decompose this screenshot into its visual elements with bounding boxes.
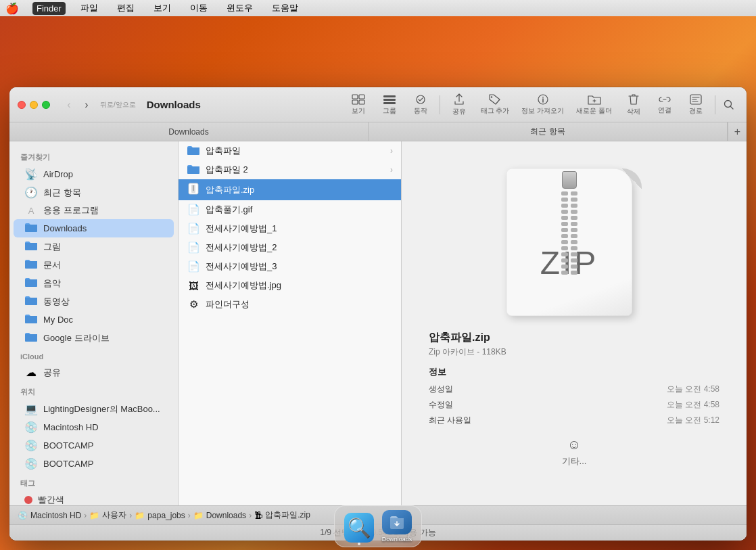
sidebar-documents-label: 문서 [43, 259, 61, 271]
sidebar-item-movies[interactable]: 동영상 [14, 292, 174, 311]
info-button[interactable]: 정보 가져오기 [516, 92, 569, 118]
sidebar-item-bootcamp2[interactable]: 💿 BOOTCAMP [14, 455, 174, 473]
sidebar-macbook-label: LightingDesigner의 MacBoo... [43, 403, 160, 415]
path-add-button[interactable]: + [728, 122, 747, 141]
toolbar: ‹ › 뒤로/앞으로 Downloads 보기 [9, 87, 747, 122]
svg-rect-1 [359, 95, 364, 99]
zip-file-icon: ZIP [506, 168, 642, 317]
sidebar-item-mydoc[interactable]: My Doc [14, 311, 174, 329]
file-item-folder2[interactable]: 압축파일 2 › [179, 160, 401, 179]
menu-edit[interactable]: 편집 [113, 1, 139, 16]
group-label: 그룹 [383, 106, 396, 116]
menu-file[interactable]: 파일 [76, 1, 102, 16]
folder1-name: 압축파일 [206, 145, 385, 157]
zip-paper-body: ZIP [506, 168, 632, 316]
doc3-name: 전세사기예방법_3 [206, 260, 393, 273]
sidebar-item-apps[interactable]: A 응용 프로그램 [14, 202, 174, 219]
forward-button[interactable]: › [78, 97, 95, 113]
sidebar-item-airdrop[interactable]: 📡 AirDrop [14, 165, 174, 183]
macbook-icon: 💻 [24, 403, 38, 415]
pref-name: 파인더구성 [206, 298, 393, 311]
path-button[interactable]: 경로 [681, 92, 711, 118]
sidebar-item-icloud[interactable]: ☁ 공유 [14, 363, 174, 382]
close-button[interactable] [18, 101, 26, 109]
svg-rect-4 [383, 95, 396, 97]
menu-window[interactable]: 윈도우 [222, 1, 257, 16]
file-item-folder1[interactable]: 압축파일 › [179, 141, 401, 160]
zip-name: 압축파일.zip [206, 184, 393, 196]
dock-finder[interactable]: 🔍 [343, 510, 375, 543]
sidebar-tags-title: 태그 [9, 473, 178, 491]
tag-button[interactable]: 태그 추가 [475, 92, 515, 118]
file-info-more[interactable]: ☺ 기타... [429, 437, 719, 467]
sidebar-item-documents[interactable]: 문서 [14, 256, 174, 274]
delete-button[interactable]: 삭제 [619, 91, 648, 118]
sidebar-item-music[interactable]: 음악 [14, 274, 174, 292]
file-item-zip[interactable]: 압축파일.zip [179, 179, 401, 200]
new-folder-label: 새로운 폴더 [576, 106, 612, 116]
sidebar-item-macintosh[interactable]: 💿 Macintosh HD [14, 418, 174, 436]
path-bar: Downloads 최근 항목 + [9, 122, 747, 141]
path-section-recents[interactable]: 최근 항목 [369, 122, 728, 141]
file-item-doc1[interactable]: 📄 전세사기예방법_1 [179, 219, 401, 238]
apple-menu[interactable]: 🍎 [5, 2, 19, 15]
link-button[interactable]: 연결 [650, 93, 680, 117]
movies-folder-icon [24, 295, 38, 308]
file-item-pref[interactable]: ⚙ 파인더구성 [179, 295, 401, 314]
preview-area: ZIP 압축파일.zip Zip 아카이브 - 118KB 정보 생성일 오늘 … [402, 141, 747, 505]
file-item-doc3[interactable]: 📄 전세사기예방법_3 [179, 257, 401, 276]
nav-label: 뒤로/앞으로 [100, 100, 136, 110]
created-value: 오늘 오전 4:58 [667, 384, 719, 395]
accessed-value: 오늘 오전 5:12 [667, 415, 719, 426]
menu-finder[interactable]: Finder [32, 2, 66, 15]
sidebar-googledrive-label: Google 드라이브 [43, 332, 110, 344]
menu-view[interactable]: 보기 [149, 1, 175, 16]
mydoc-folder-icon [24, 313, 38, 326]
sidebar-item-recents[interactable]: 🕐 최근 항목 [14, 183, 174, 202]
sidebar-pictures-label: 그림 [43, 241, 61, 253]
jpg-name: 전세사기예방법.jpg [206, 279, 393, 292]
back-button[interactable]: ‹ [61, 97, 77, 113]
sidebar-favorites-title: 즐겨찾기 [9, 147, 178, 165]
sidebar-apps-label: 응용 프로그램 [43, 204, 99, 216]
minimize-button[interactable] [30, 101, 38, 109]
action-button[interactable]: 동작 [406, 92, 435, 118]
view-button[interactable]: 보기 [344, 92, 373, 118]
icloud-icon: ☁ [24, 366, 38, 379]
downloads-folder-icon [24, 222, 38, 235]
sidebar-item-googledrive[interactable]: Google 드라이브 [14, 329, 174, 347]
file-item-gif[interactable]: 📄 압축풀기.gif [179, 200, 401, 219]
tag-red-icon [24, 496, 32, 504]
path-section-downloads[interactable]: Downloads [9, 122, 369, 141]
fullscreen-button[interactable] [42, 101, 50, 109]
file-item-jpg[interactable]: 🖼 전세사기예방법.jpg [179, 276, 401, 295]
desktop: ‹ › 뒤로/앞으로 Downloads 보기 [0, 16, 756, 550]
new-folder-button[interactable]: 새로운 폴더 [571, 92, 617, 118]
pictures-folder-icon [24, 240, 38, 253]
toolbar-actions: 보기 그룹 동작 [344, 91, 738, 118]
group-button[interactable]: 그룹 [375, 92, 404, 118]
sidebar-item-bootcamp1[interactable]: 💿 BOOTCAMP [14, 436, 174, 455]
modified-label: 수정일 [429, 399, 453, 411]
info-label: 정보 가져오기 [521, 106, 564, 116]
menu-help[interactable]: 도움말 [268, 1, 302, 16]
info-row-modified: 수정일 오늘 오전 4:58 [429, 399, 719, 411]
share-button[interactable]: 공유 [444, 91, 474, 118]
created-label: 생성일 [429, 384, 453, 395]
search-button[interactable] [719, 95, 738, 114]
dock: 🔍 Downloads [334, 505, 422, 547]
recents-icon: 🕐 [24, 186, 38, 199]
paper-corner [621, 168, 642, 189]
sidebar-icloud-label: 공유 [43, 367, 61, 379]
menu-go[interactable]: 이동 [186, 1, 212, 16]
sidebar-item-macbook[interactable]: 💻 LightingDesigner의 MacBoo... [14, 400, 174, 418]
file-item-doc2[interactable]: 📄 전세사기예방법_2 [179, 238, 401, 257]
doc3-icon: 📄 [187, 260, 200, 273]
dock-downloads[interactable]: Downloads [381, 510, 413, 543]
svg-point-8 [491, 96, 492, 97]
downloads-dock-icon [382, 510, 412, 534]
sidebar-item-downloads[interactable]: Downloads [14, 219, 174, 237]
googledrive-folder-icon [24, 331, 38, 344]
sidebar-item-pictures[interactable]: 그림 [14, 237, 174, 256]
sidebar-item-tag-red[interactable]: 빨간색 [14, 491, 174, 505]
